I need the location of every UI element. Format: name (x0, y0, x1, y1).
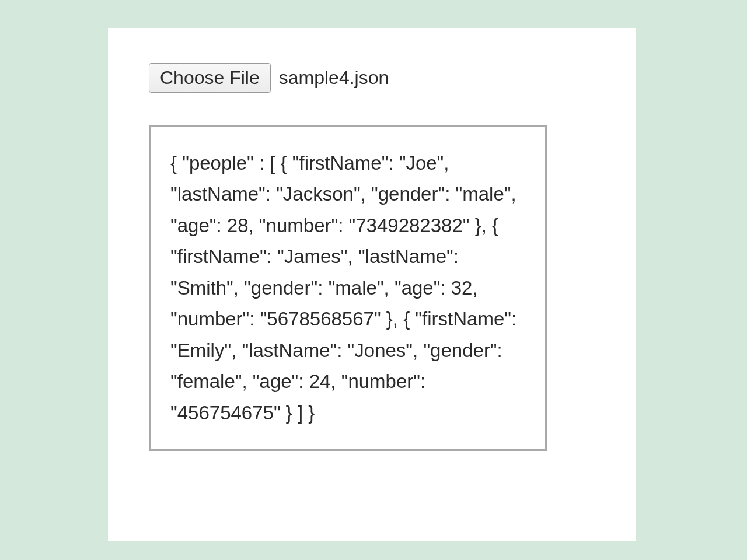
file-input-row: Choose File sample4.json (149, 63, 601, 93)
selected-file-name: sample4.json (279, 67, 389, 89)
json-content-text: { "people" : [ { "firstName": "Joe", "la… (170, 148, 525, 428)
choose-file-button[interactable]: Choose File (149, 63, 271, 93)
json-output-box: { "people" : [ { "firstName": "Joe", "la… (149, 125, 547, 451)
main-panel: Choose File sample4.json { "people" : [ … (108, 28, 636, 541)
